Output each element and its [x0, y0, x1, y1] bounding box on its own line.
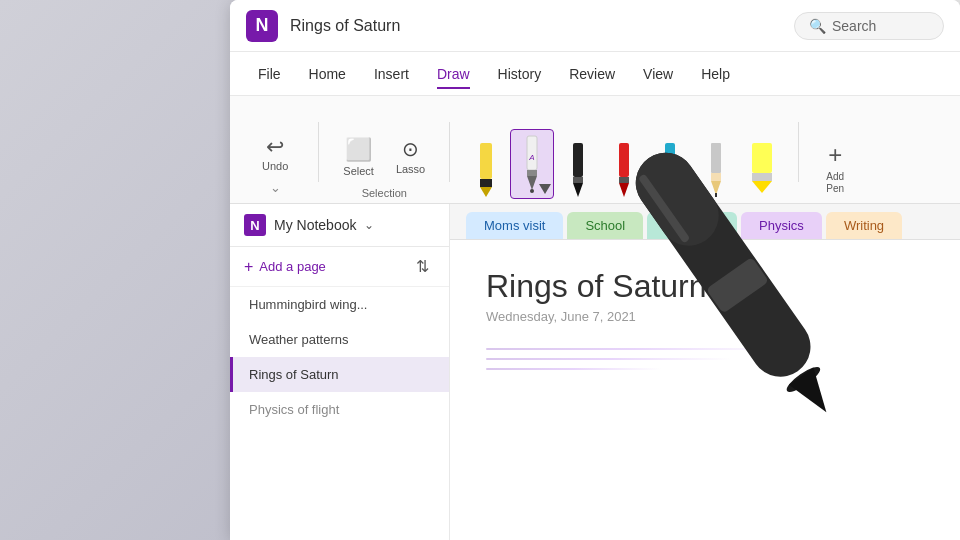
- pen-tool-1[interactable]: [464, 137, 508, 199]
- menu-help[interactable]: Help: [689, 60, 742, 88]
- undo-dropdown-icon[interactable]: ⌄: [270, 180, 281, 195]
- undo-label: Undo: [262, 160, 288, 172]
- tab-school[interactable]: School: [567, 212, 643, 239]
- search-icon: 🔍: [809, 18, 826, 34]
- svg-rect-19: [711, 173, 721, 181]
- menu-home[interactable]: Home: [297, 60, 358, 88]
- section-tabs: Moms visit School Work N... Physics Writ…: [450, 204, 960, 240]
- pen-shape-1: [472, 141, 500, 197]
- selection-group-label: Selection: [362, 187, 407, 199]
- pen-shape-4: [610, 141, 638, 197]
- menu-history[interactable]: History: [486, 60, 554, 88]
- page-item-3[interactable]: Physics of flight: [230, 392, 449, 427]
- svg-rect-23: [752, 173, 772, 181]
- tab-writing[interactable]: Writing: [826, 212, 902, 239]
- drawing-line-2: [486, 358, 793, 360]
- svg-rect-0: [480, 143, 492, 179]
- pen-tool-3[interactable]: [556, 137, 600, 199]
- ribbon-divider-1: [318, 122, 319, 182]
- undo-group: ↩ Undo ⌄: [246, 128, 304, 199]
- svg-marker-24: [752, 181, 772, 193]
- page-item-0[interactable]: Hummingbird wing...: [230, 287, 449, 322]
- svg-text:A: A: [529, 153, 535, 162]
- app-title: Rings of Saturn: [290, 17, 794, 35]
- search-label: Search: [832, 18, 876, 34]
- app-window: N Rings of Saturn 🔍 Search File Home Ins…: [230, 0, 960, 540]
- svg-rect-9: [573, 143, 583, 177]
- ribbon: ↩ Undo ⌄ ⬜ Select ⊙ Lasso Selection: [230, 96, 960, 204]
- pen-tool-6[interactable]: [694, 137, 738, 199]
- svg-rect-1: [480, 179, 492, 187]
- page-item-1[interactable]: Weather patterns: [230, 322, 449, 357]
- select-icon: ⬜: [345, 139, 372, 161]
- ribbon-divider-3: [798, 122, 799, 182]
- pen-tool-5[interactable]: [648, 137, 692, 199]
- sidebar: N My Notebook ⌄ + Add a page ⇅ Hummingbi…: [230, 204, 450, 540]
- page-title: Rings of Saturn: [486, 268, 924, 305]
- menu-file[interactable]: File: [246, 60, 293, 88]
- lasso-button[interactable]: ⊙ Lasso: [386, 133, 435, 183]
- notebook-header[interactable]: N My Notebook ⌄: [230, 204, 449, 247]
- add-page-icon: +: [244, 258, 253, 276]
- ribbon-divider-2: [449, 122, 450, 182]
- menu-view[interactable]: View: [631, 60, 685, 88]
- pen-tool-2[interactable]: A: [510, 129, 554, 199]
- sort-button[interactable]: ⇅: [410, 255, 435, 278]
- pen-shape-3: [564, 141, 592, 197]
- svg-marker-11: [573, 183, 583, 197]
- svg-rect-22: [752, 143, 772, 173]
- add-pen-icon: +: [828, 141, 842, 169]
- svg-rect-10: [573, 177, 583, 183]
- notebook-chevron-icon: ⌄: [364, 218, 374, 232]
- svg-marker-5: [527, 176, 537, 190]
- add-page-button[interactable]: + Add a page ⇅: [230, 247, 449, 287]
- svg-rect-12: [619, 143, 629, 177]
- pen-tools: A: [464, 129, 784, 199]
- tab-physics[interactable]: Physics: [741, 212, 822, 239]
- undo-button[interactable]: ↩ Undo: [254, 132, 296, 176]
- title-bar: N Rings of Saturn 🔍 Search: [230, 0, 960, 52]
- pen-shape-5: [656, 141, 684, 197]
- svg-rect-16: [665, 177, 675, 183]
- svg-marker-2: [480, 187, 492, 197]
- page-date: Wednesday, June 7, 2021: [486, 309, 924, 324]
- drawing-line-1: [486, 348, 858, 350]
- tab-moms-visit[interactable]: Moms visit: [466, 212, 563, 239]
- background-left: [0, 0, 240, 540]
- pen-shape-7: [746, 141, 778, 197]
- add-page-label: Add a page: [259, 259, 326, 274]
- main-area: Moms visit School Work N... Physics Writ…: [450, 204, 960, 540]
- page-item-2[interactable]: Rings of Saturn: [230, 357, 449, 392]
- svg-rect-4: [527, 170, 537, 176]
- add-pen-button[interactable]: + AddPen: [813, 137, 857, 199]
- select-button[interactable]: ⬜ Select: [333, 133, 384, 183]
- pen-tool-7[interactable]: [740, 137, 784, 199]
- drawing-area: [486, 348, 924, 370]
- menu-bar: File Home Insert Draw History Review Vie…: [230, 52, 960, 96]
- menu-review[interactable]: Review: [557, 60, 627, 88]
- add-pen-label: AddPen: [826, 171, 844, 195]
- svg-point-6: [530, 189, 534, 193]
- svg-rect-13: [619, 177, 629, 183]
- svg-rect-18: [711, 143, 721, 173]
- drawing-line-3: [486, 368, 705, 370]
- svg-marker-17: [665, 183, 675, 197]
- lasso-label: Lasso: [396, 163, 425, 175]
- notebook-icon: N: [244, 214, 266, 236]
- search-box[interactable]: 🔍 Search: [794, 12, 944, 40]
- page-content: Rings of Saturn Wednesday, June 7, 2021: [450, 240, 960, 540]
- pen-tool-4[interactable]: [602, 137, 646, 199]
- lasso-icon: ⊙: [402, 139, 419, 159]
- svg-marker-20: [711, 181, 721, 195]
- onenote-logo: N: [246, 10, 278, 42]
- tab-work[interactable]: Work N...: [647, 212, 737, 239]
- select-label: Select: [343, 165, 374, 177]
- menu-insert[interactable]: Insert: [362, 60, 421, 88]
- pen-shape-6: [702, 141, 730, 197]
- svg-marker-14: [619, 183, 629, 197]
- undo-icon: ↩: [266, 136, 284, 158]
- menu-draw[interactable]: Draw: [425, 60, 482, 88]
- svg-rect-15: [665, 143, 675, 177]
- pen-dropdown-icon: [539, 184, 551, 196]
- selection-group: ⬜ Select ⊙ Lasso Selection: [333, 133, 435, 199]
